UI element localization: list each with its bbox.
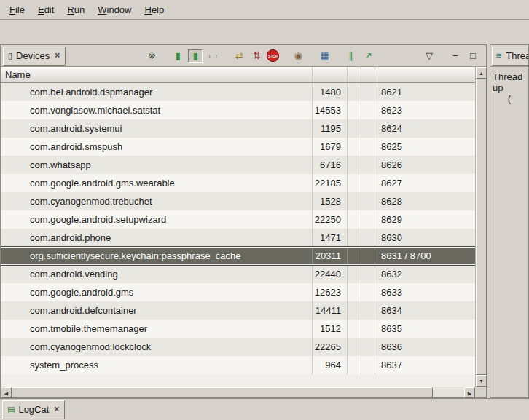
- minimize-icon[interactable]: −: [448, 49, 463, 63]
- method-profiling-icon[interactable]: ∥: [343, 49, 358, 63]
- process-pid: 22265: [313, 338, 348, 356]
- process-name: com.whatsapp: [1, 156, 313, 174]
- system-info-icon[interactable]: ▦: [317, 49, 332, 63]
- scroll-left-icon[interactable]: ◀: [1, 387, 12, 398]
- process-port: 8637: [375, 356, 475, 374]
- refresh-threads-icon[interactable]: ⇅: [249, 49, 264, 63]
- table-row[interactable]: com.android.systemui11958624: [1, 119, 475, 138]
- update-heap-icon[interactable]: ▮: [171, 49, 185, 63]
- column-header-empty-2[interactable]: [361, 67, 375, 83]
- table-row[interactable]: com.google.android.gms126238633: [1, 283, 475, 301]
- table-row[interactable]: com.whatsapp67168626: [1, 156, 475, 174]
- menu-bar: File Edit Run Window Help: [0, 0, 529, 20]
- close-icon[interactable]: ×: [52, 404, 59, 414]
- table-row[interactable]: org.sufficientlysecure.keychain:passphra…: [1, 247, 475, 265]
- process-name: com.google.android.gms.wearable: [1, 174, 313, 192]
- tab-devices[interactable]: ▯ Devices ×: [3, 47, 66, 66]
- horizontal-scrollbar[interactable]: ◀ ▶: [1, 387, 475, 397]
- scroll-right-icon[interactable]: ▶: [464, 387, 475, 398]
- maximize-icon[interactable]: □: [466, 49, 480, 63]
- tab-logcat[interactable]: ▤ LogCat ×: [2, 400, 65, 419]
- process-name: com.google.android.gms: [1, 283, 313, 301]
- menu-edit[interactable]: Edit: [31, 1, 60, 18]
- debug-process-icon[interactable]: ※: [144, 49, 159, 63]
- process-pid: 20311: [313, 248, 348, 264]
- column-header-pid[interactable]: [313, 67, 348, 83]
- process-port: 8624: [375, 119, 475, 138]
- process-pid: 6716: [313, 156, 348, 174]
- process-pid: 14411: [313, 301, 348, 320]
- process-pid: 964: [313, 356, 348, 374]
- toolbar-strip: [0, 20, 529, 44]
- process-pid: 14553: [313, 101, 348, 119]
- screen-capture-icon[interactable]: ◉: [291, 49, 305, 63]
- process-name: com.cyanogenmod.trebuchet: [1, 192, 313, 210]
- devices-panel: ▯ Devices × ※▮▮▭⇄⇅STOP◉▦∥↗ ▽−□ Name com.…: [0, 44, 487, 398]
- table-row[interactable]: com.google.android.gms.wearable221858627: [1, 174, 475, 192]
- table-row[interactable]: com.cyanogenmod.trebuchet15288628: [1, 192, 475, 210]
- menu-run[interactable]: Run: [60, 1, 91, 18]
- table-row[interactable]: com.vonglasow.michael.satstat145538623: [1, 101, 475, 119]
- menu-file[interactable]: File: [3, 1, 31, 18]
- process-port: 8627: [375, 174, 475, 192]
- process-name: com.android.systemui: [1, 119, 313, 138]
- process-port: 8623: [375, 101, 475, 119]
- process-port: 8628: [375, 192, 475, 210]
- process-name: com.android.vending: [1, 265, 313, 283]
- update-threads-icon[interactable]: ⇄: [232, 49, 246, 63]
- process-name: org.sufficientlysecure.keychain:passphra…: [1, 248, 313, 264]
- horizontal-scrollbar-thumb[interactable]: [12, 387, 433, 397]
- table-row[interactable]: com.android.phone14718630: [1, 229, 475, 247]
- table-row[interactable]: com.tmobile.thememanager15128635: [1, 320, 475, 338]
- logcat-bar: ▤ LogCat ×: [0, 398, 529, 420]
- menu-window[interactable]: Window: [91, 1, 138, 18]
- process-name: com.cyanogenmod.lockclock: [1, 338, 313, 356]
- process-pid: 1512: [313, 320, 348, 338]
- table-row[interactable]: com.google.android.setupwizard222508629: [1, 210, 475, 229]
- scroll-up-icon[interactable]: ▲: [476, 67, 487, 79]
- stop-process-icon[interactable]: STOP: [267, 49, 279, 62]
- menu-help[interactable]: Help: [138, 1, 171, 18]
- process-name: com.android.defcontainer: [1, 301, 313, 320]
- network-stats-icon[interactable]: ↗: [361, 49, 375, 63]
- process-port: 8636: [375, 338, 475, 356]
- table-row[interactable]: com.bel.android.dspmanager14808621: [1, 83, 475, 101]
- process-pid: 1528: [313, 192, 348, 210]
- scrollbar-corner: [475, 387, 486, 397]
- dump-hprof-icon[interactable]: ▮: [188, 49, 203, 63]
- scroll-down-icon[interactable]: ▼: [476, 375, 487, 387]
- horizontal-scrollbar-track[interactable]: [12, 387, 464, 397]
- process-name: com.bel.android.dspmanager: [1, 83, 313, 101]
- vertical-scrollbar-thumb[interactable]: [476, 79, 487, 375]
- process-pid: 22185: [313, 174, 348, 192]
- process-name: com.android.phone: [1, 229, 313, 247]
- process-name: com.vonglasow.michael.satstat: [1, 101, 313, 119]
- device-process-table: Name com.bel.android.dspmanager14808621c…: [1, 67, 486, 397]
- table-row[interactable]: system_process9648637: [1, 356, 475, 374]
- table-row[interactable]: com.cyanogenmod.lockclock222658636: [1, 338, 475, 356]
- column-header-empty-1[interactable]: [348, 67, 361, 83]
- tab-threads[interactable]: ≋ Threa: [492, 47, 529, 66]
- threads-message-line: Thread up: [493, 71, 526, 93]
- threads-message-line: (: [493, 93, 526, 104]
- device-icon: ▯: [8, 52, 12, 60]
- process-name: com.google.android.setupwizard: [1, 210, 313, 229]
- gc-trash-icon[interactable]: ▭: [205, 49, 220, 63]
- process-pid: 12623: [313, 283, 348, 301]
- vertical-scrollbar[interactable]: ▲ ▼: [475, 67, 486, 387]
- threads-icon: ≋: [495, 52, 502, 60]
- process-pid: 1679: [313, 138, 348, 156]
- devices-toolbar: ※▮▮▭⇄⇅STOP◉▦∥↗: [141, 49, 375, 63]
- process-port: 8635: [375, 320, 475, 338]
- process-name: com.tmobile.thememanager: [1, 320, 313, 338]
- column-header-port[interactable]: [375, 67, 475, 83]
- process-pid: 1195: [313, 119, 348, 138]
- close-icon[interactable]: ×: [53, 50, 60, 60]
- column-header-name[interactable]: Name: [1, 67, 313, 83]
- view-menu-icon[interactable]: ▽: [422, 49, 436, 63]
- tab-logcat-label: LogCat: [18, 404, 49, 415]
- logcat-icon: ▤: [7, 405, 15, 413]
- table-row[interactable]: com.android.smspush16798625: [1, 138, 475, 156]
- table-row[interactable]: com.android.vending224408632: [1, 265, 475, 283]
- table-row[interactable]: com.android.defcontainer144118634: [1, 301, 475, 320]
